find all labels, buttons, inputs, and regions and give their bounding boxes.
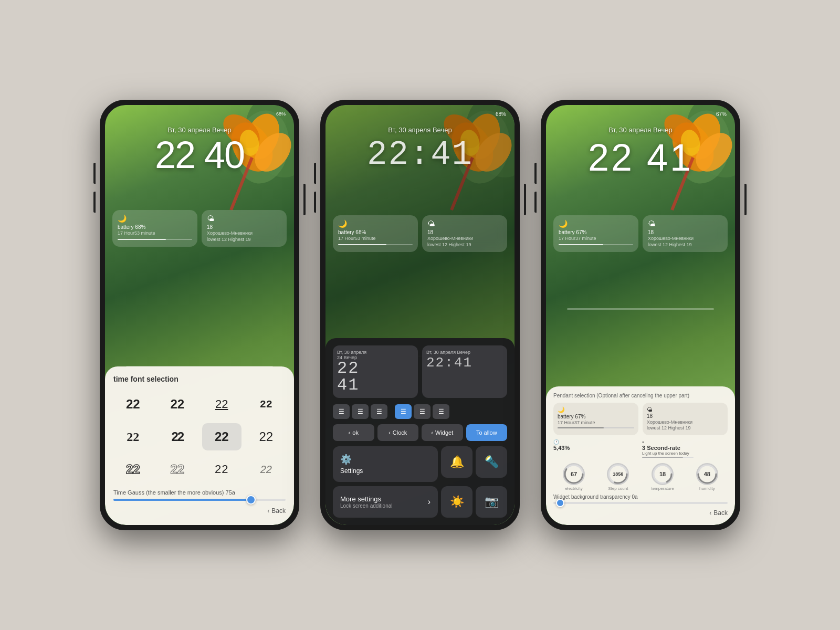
align-center-1[interactable]: ☰ xyxy=(352,404,369,419)
pendant-card-1[interactable]: 🌙 battery 67% 17 Hour37 minute xyxy=(553,403,638,435)
widget-bar-fill-3a xyxy=(559,244,603,245)
more-settings-chevron: › xyxy=(428,497,430,507)
phone-1-screen: 68% Вт, 30 апреля Вечер 22 40 🌙 battery … xyxy=(105,105,294,525)
widget-sub-3a: 17 Hour37 minute xyxy=(559,236,633,242)
align-center-2[interactable]: ☰ xyxy=(414,404,430,419)
font-option-2[interactable]: 22 xyxy=(158,391,197,418)
flashlight-icon: 🔦 xyxy=(485,455,499,469)
phone-3: 67% Вт, 30 апреля Вечер 22 41 🌙 battery … xyxy=(541,100,740,530)
gauge-label-electricity: electricity xyxy=(565,486,582,491)
volume-up-3[interactable] xyxy=(534,163,537,184)
preview-card-2[interactable]: Вт, 30 апреля Вечер 22:41 xyxy=(422,345,507,398)
gauge-label-humidity: humidity xyxy=(699,486,715,491)
gauges-row: 67 electricity 1856 Step count xyxy=(553,463,728,491)
power-button-1[interactable] xyxy=(303,184,306,215)
time-display-1: 22 40 xyxy=(155,134,244,176)
sun-button[interactable]: ☀️ xyxy=(441,486,472,518)
font-option-6[interactable]: 22 xyxy=(158,423,197,450)
back-chevron-widget: ‹ xyxy=(431,429,433,436)
volume-down-2[interactable] xyxy=(314,192,316,213)
volume-down-3[interactable] xyxy=(534,192,537,213)
stat-item-1: 🕐 5,43% xyxy=(553,439,639,459)
font-option-12[interactable]: 22 xyxy=(247,456,286,483)
bell-button[interactable]: 🔔 xyxy=(441,446,472,478)
font-option-11[interactable]: 22 xyxy=(202,456,242,483)
camera-button[interactable]: 📷 xyxy=(476,486,507,518)
align-right-2[interactable]: ☰ xyxy=(433,404,449,419)
font-option-5[interactable]: 22 xyxy=(113,423,153,450)
power-button-3[interactable] xyxy=(744,184,747,215)
stat-val-2: 3 Second-rate xyxy=(642,445,728,451)
widget-card-1b: 🌤 18 Хорошево-Мневникиlowest 12 Highest … xyxy=(202,210,287,247)
status-text-3: 67% xyxy=(716,111,727,117)
lock-time-2: 22:41 xyxy=(326,136,514,174)
widget-title-3a: battery 67% xyxy=(559,229,633,236)
widget-sub-2b: Хорошево-Мневникиlowest 12 Highest 19 xyxy=(427,236,502,248)
camera-icon: 📷 xyxy=(485,495,499,509)
slider-thumb-1[interactable] xyxy=(246,495,256,505)
slider-fill-1 xyxy=(113,499,251,501)
pendant-header: Pendant selection (Optional after cancel… xyxy=(553,393,728,398)
battery-icon-3: 🌙 xyxy=(559,219,633,228)
widgets-row-2: 🌙 battery 68% 17 Hour53 minute 🌤 18 Хоро… xyxy=(333,215,507,252)
widget-button[interactable]: ‹ Widget xyxy=(422,424,463,441)
slider-thumb-3[interactable] xyxy=(556,499,564,507)
volume-up-1[interactable] xyxy=(93,163,96,184)
volume-up-2[interactable] xyxy=(314,163,316,184)
power-button-2[interactable] xyxy=(524,184,526,215)
phone-2: 68% Вт, 30 апреля Вечер 22:41 🌙 battery … xyxy=(320,100,520,530)
font-option-4[interactable]: 22 xyxy=(247,391,286,418)
widgets-row-1: 🌙 battery 68% 17 Hour53 minute 🌤 18 Хоро… xyxy=(112,210,287,247)
font-option-8[interactable]: 22 xyxy=(247,423,286,450)
clock-button[interactable]: ‹ Clock xyxy=(377,424,419,441)
font-option-1[interactable]: 22 xyxy=(113,391,153,418)
widget-card-3b: 🌤 18 Хорошево-Мневникиlowest 12 Highest … xyxy=(643,215,728,252)
gauge-circle-humidity: 48 xyxy=(696,463,718,485)
pendant-bar-1 xyxy=(558,427,634,428)
flashlight-button[interactable]: 🔦 xyxy=(476,446,507,478)
widget-title-2b: 18 xyxy=(427,229,502,236)
stat-item-2: ▪ 3 Second-rate Light up the screen toda… xyxy=(642,439,728,459)
status-bar-1: 68% xyxy=(105,111,294,117)
lock-date-1: Вт, 30 апреля Вечер xyxy=(105,126,294,134)
font-option-9[interactable]: 22 xyxy=(113,456,153,483)
font-grid: 22 22 22 22 22 22 22 22 22 22 22 22 xyxy=(113,391,286,483)
font-option-7[interactable]: 22 xyxy=(202,423,242,450)
back-chevron-ok: ‹ xyxy=(349,429,351,436)
align-left-2[interactable]: ☰ xyxy=(395,404,412,419)
status-text-2: 68% xyxy=(496,111,506,117)
lock-date-3: Вт, 30 апреля Вечер xyxy=(546,126,735,134)
stat-note-2 xyxy=(642,457,728,458)
volume-down-1[interactable] xyxy=(93,192,96,213)
pendant-panel: Pendant selection (Optional after cancel… xyxy=(546,386,735,525)
lock-content-3: Вт, 30 апреля Вечер 22 41 xyxy=(546,126,735,179)
align-left-1[interactable]: ☰ xyxy=(333,404,350,419)
widget-sub-1a: 17 Hour53 minute xyxy=(118,230,192,237)
preview-card-1[interactable]: Вт, 30 апреля24 Вечер 2241 xyxy=(333,345,418,398)
more-settings-sub: Lock screen additional xyxy=(340,503,393,509)
to-allow-button[interactable]: To allow xyxy=(466,424,508,441)
back-button-3[interactable]: ‹ Back xyxy=(553,509,728,517)
preview-time-1: 2241 xyxy=(337,360,414,394)
pendant-card-2[interactable]: 🌤 18 Хорошево-Мневникиlowest 12 Highest … xyxy=(643,403,728,435)
font-option-10[interactable]: 22 xyxy=(158,456,197,483)
preview-time-2: 22:41 xyxy=(426,355,503,371)
align-right-1[interactable]: ☰ xyxy=(371,404,387,419)
ok-button[interactable]: ‹ ok xyxy=(333,424,374,441)
lock-time-3: 22 41 xyxy=(546,136,735,179)
slider-track-1[interactable] xyxy=(113,499,286,501)
widget-sub-1b: Хорошево-Мневникиlowest 12 Highest 19 xyxy=(207,230,281,243)
widget-card-2b: 🌤 18 Хорошево-Мневникиlowest 12 Highest … xyxy=(422,215,507,252)
phone-3-screen: 67% Вт, 30 апреля Вечер 22 41 🌙 battery … xyxy=(546,105,735,525)
gauge-circle-steps: 1856 xyxy=(607,463,629,485)
font-option-3[interactable]: 22 xyxy=(202,391,242,418)
back-button-1[interactable]: ‹ Back xyxy=(113,507,286,514)
lock-content-2: Вт, 30 апреля Вечер 22:41 xyxy=(326,126,514,174)
more-settings-button[interactable]: More settings Lock screen additional › xyxy=(333,486,438,518)
slider-track-3[interactable] xyxy=(553,502,728,504)
font-selection-panel: time font selection 22 22 22 22 22 22 22… xyxy=(105,366,294,525)
transparency-label: Widget background transparency 0a xyxy=(553,494,728,500)
lock-content-1: Вт, 30 апреля Вечер 22 40 xyxy=(105,126,294,174)
battery-icon-1: 🌙 xyxy=(118,214,192,223)
settings-button[interactable]: ⚙️ Settings xyxy=(333,446,438,482)
